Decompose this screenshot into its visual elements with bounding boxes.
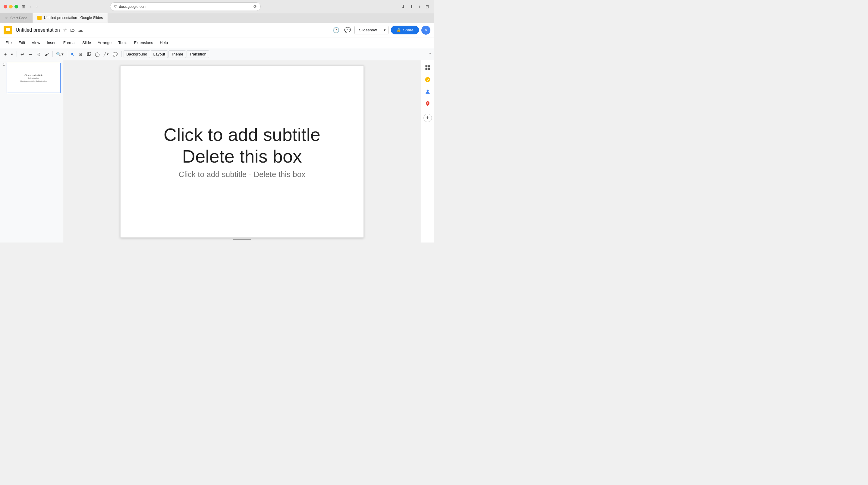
address-bar[interactable]: 🛡 docs.google.com ⟳ bbox=[110, 2, 261, 11]
menu-arrange[interactable]: Arrange bbox=[95, 39, 115, 46]
lock-share-icon: 🔒 bbox=[396, 28, 401, 32]
collapse-toolbar-button[interactable]: ⌃ bbox=[428, 52, 432, 56]
svg-rect-3 bbox=[425, 68, 427, 70]
main-layout: 1 Click to add subtitle Delete this box … bbox=[0, 60, 434, 242]
slide-thumb-content: Click to add subtitle Delete this box Cl… bbox=[18, 72, 50, 84]
comments-button[interactable]: 💬 bbox=[343, 26, 352, 35]
tabs-bar: ☆ Start Page Untitled presentation - Goo… bbox=[0, 13, 434, 23]
right-sidebar: + bbox=[421, 60, 434, 242]
zoom-button[interactable]: 🔍 ▾ bbox=[55, 51, 65, 57]
new-tab-button[interactable]: + bbox=[417, 4, 422, 10]
add-dropdown-button[interactable]: ▾ bbox=[9, 51, 15, 58]
menu-tools[interactable]: Tools bbox=[115, 39, 130, 46]
theme-button[interactable]: Theme bbox=[168, 50, 186, 58]
menu-extensions[interactable]: Extensions bbox=[131, 39, 156, 46]
folder-title-button[interactable]: 🗁 bbox=[70, 27, 76, 33]
maximize-button[interactable] bbox=[14, 5, 18, 8]
menu-slide[interactable]: Slide bbox=[79, 39, 94, 46]
undo-button[interactable]: ↩ bbox=[19, 51, 26, 58]
select-tool-button[interactable]: ↖ bbox=[69, 51, 76, 58]
star-icon: ☆ bbox=[5, 16, 8, 20]
tab-start-page[interactable]: ☆ Start Page bbox=[0, 13, 33, 23]
menu-help[interactable]: Help bbox=[157, 39, 171, 46]
browser-back-button[interactable]: ‹ bbox=[29, 4, 33, 10]
paint-format-button[interactable]: 🖌 bbox=[43, 51, 51, 58]
browser-forward-button[interactable]: › bbox=[35, 4, 39, 10]
doc-title: Untitled presentation bbox=[16, 27, 60, 33]
minimize-button[interactable] bbox=[9, 5, 13, 8]
slides-tab-favicon bbox=[37, 16, 41, 20]
slide-title-text: Click to add subtitle Delete this box bbox=[164, 124, 320, 167]
canvas-area: Click to add subtitle Delete this box Cl… bbox=[63, 60, 421, 242]
print-button[interactable]: 🖨 bbox=[34, 51, 42, 58]
history-button[interactable]: 🕐 bbox=[332, 26, 341, 35]
slide-subtitle-text: Click to add subtitle - Delete this box bbox=[164, 170, 320, 179]
maps-button[interactable] bbox=[423, 99, 433, 109]
menu-file[interactable]: File bbox=[2, 39, 15, 46]
cloud-title-button[interactable]: ☁ bbox=[78, 27, 84, 33]
app-header: Untitled presentation ☆ 🗁 ☁ 🕐 💬 Slidesho… bbox=[0, 23, 434, 37]
add-sidebar-button[interactable]: + bbox=[424, 114, 432, 122]
toolbar-sep-2 bbox=[53, 51, 53, 57]
toolbar: + ▾ ↩ ↪ 🖨 🖌 🔍 ▾ ↖ ⊡ 🖼 ◯ ╱ ▾ 💬 Background… bbox=[0, 48, 434, 60]
svg-point-5 bbox=[425, 77, 430, 82]
slide-main-text: Click to add subtitle Delete this box Cl… bbox=[164, 124, 320, 179]
explore-button[interactable] bbox=[423, 63, 433, 73]
menu-insert[interactable]: Insert bbox=[44, 39, 60, 46]
redo-button[interactable]: ↪ bbox=[27, 51, 34, 58]
add-button[interactable]: + bbox=[2, 51, 8, 58]
slide-title-line1: Click to add subtitle bbox=[164, 124, 320, 146]
slideshow-dropdown-button[interactable]: ▾ bbox=[381, 26, 388, 34]
svg-rect-2 bbox=[428, 65, 430, 67]
slide-panel: 1 Click to add subtitle Delete this box … bbox=[0, 60, 63, 242]
slide-thumb-small: Click to add subtitle - Delete this box bbox=[20, 80, 47, 82]
line-button[interactable]: ╱ ▾ bbox=[102, 51, 110, 57]
browser-action-buttons: ⬇ ⬆ + ⊡ bbox=[400, 4, 430, 10]
background-button[interactable]: Background bbox=[124, 50, 150, 58]
slide-canvas[interactable]: Click to add subtitle Delete this box Cl… bbox=[120, 65, 364, 238]
svg-point-6 bbox=[427, 90, 429, 92]
download-button[interactable]: ⬇ bbox=[400, 4, 406, 10]
contacts-button[interactable] bbox=[423, 87, 433, 96]
title-actions: ☆ 🗁 ☁ bbox=[62, 27, 84, 33]
tab-presentation[interactable]: Untitled presentation - Google Slides bbox=[33, 13, 108, 23]
slide-thumb-title: Click to add subtitle bbox=[20, 74, 47, 77]
share-browser-button[interactable]: ⬆ bbox=[409, 4, 415, 10]
slide-row-1: 1 Click to add subtitle Delete this box … bbox=[2, 63, 61, 93]
text-box-button[interactable]: ⊡ bbox=[77, 51, 84, 58]
user-avatar[interactable]: A bbox=[421, 26, 430, 35]
slide-thumbnail-1[interactable]: Click to add subtitle Delete this box Cl… bbox=[7, 63, 61, 93]
slide-title-line2: Delete this box bbox=[164, 146, 320, 167]
right-sidebar-separator bbox=[424, 111, 431, 111]
menu-format[interactable]: Format bbox=[60, 39, 79, 46]
tasks-button[interactable] bbox=[423, 75, 433, 84]
tab-presentation-label: Untitled presentation - Google Slides bbox=[44, 16, 103, 20]
slide-thumb-subtitle: Delete this box bbox=[20, 77, 47, 79]
layout-button[interactable]: Layout bbox=[151, 50, 168, 58]
tab-start-page-label: Start Page bbox=[10, 16, 27, 20]
slide-number-1: 1 bbox=[2, 63, 5, 66]
menu-view[interactable]: View bbox=[29, 39, 43, 46]
close-button[interactable] bbox=[4, 5, 7, 8]
slides-logo bbox=[4, 26, 12, 34]
transition-button[interactable]: Transition bbox=[187, 50, 209, 58]
share-button[interactable]: 🔒 Share bbox=[391, 26, 419, 34]
svg-rect-4 bbox=[428, 68, 430, 70]
header-right: 🕐 💬 Slideshow ▾ 🔒 Share A bbox=[332, 26, 430, 35]
toolbar-sep-1 bbox=[17, 51, 17, 57]
extensions-button[interactable]: ⊡ bbox=[424, 4, 430, 10]
scroll-indicator bbox=[233, 239, 251, 240]
shield-icon: 🛡 bbox=[114, 5, 117, 8]
star-title-button[interactable]: ☆ bbox=[62, 27, 68, 33]
browser-chrome: ⊞ ‹ › 🛡 docs.google.com ⟳ ⬇ ⬆ + ⊡ bbox=[0, 0, 434, 13]
toolbar-sep-4 bbox=[121, 51, 122, 57]
slideshow-button-group: Slideshow ▾ bbox=[354, 26, 389, 34]
comment-button[interactable]: 💬 bbox=[111, 51, 120, 58]
image-button[interactable]: 🖼 bbox=[85, 51, 93, 58]
menu-edit[interactable]: Edit bbox=[16, 39, 28, 46]
slideshow-main-button[interactable]: Slideshow bbox=[355, 26, 381, 34]
svg-rect-1 bbox=[425, 65, 427, 67]
sidebar-toggle-button[interactable]: ⊞ bbox=[21, 4, 27, 10]
reload-button[interactable]: ⟳ bbox=[253, 4, 257, 9]
shapes-button[interactable]: ◯ bbox=[93, 51, 101, 58]
